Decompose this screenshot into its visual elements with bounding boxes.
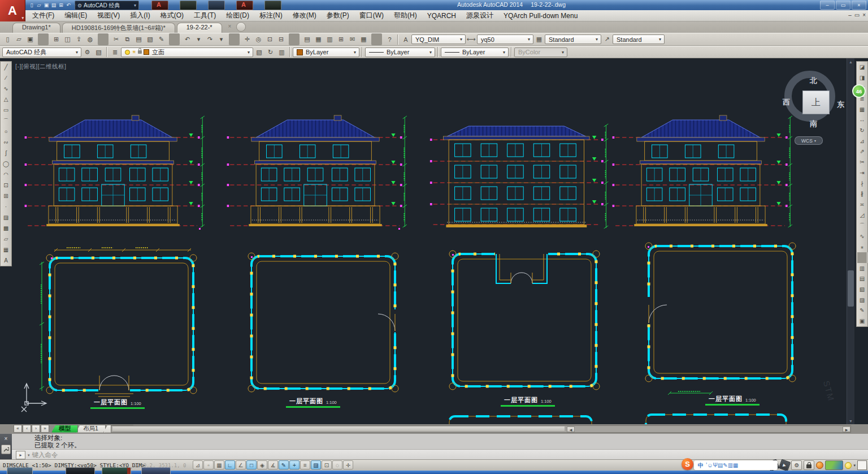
extend-icon[interactable]: ⇥ <box>857 167 867 178</box>
mtext-icon[interactable]: A <box>1 255 11 266</box>
explode-icon[interactable]: ⁎ <box>857 242 867 252</box>
move-icon[interactable]: ↔ <box>857 115 867 126</box>
layer-properties-manager-icon[interactable]: ≣ <box>110 46 120 58</box>
toolbar-lock-icon[interactable] <box>804 460 814 470</box>
layout-nav-next[interactable]: › <box>32 425 40 433</box>
point-icon[interactable]: · <box>1 201 11 212</box>
sheet-set-manager-icon[interactable]: ⊞ <box>336 33 346 45</box>
hscrollbar-thumb[interactable] <box>112 426 565 431</box>
menu-item-window[interactable]: 窗口(W) <box>354 10 389 21</box>
viewcube-west[interactable]: 西 <box>783 97 790 107</box>
polar-tracking-toggle[interactable]: ∠ <box>236 460 246 469</box>
horizontal-scrollbar[interactable]: ◀ ▶ <box>111 425 851 433</box>
polyline-icon[interactable]: ∿ <box>1 83 11 94</box>
command-customize-button[interactable] <box>1 445 11 454</box>
tab-model[interactable]: 模型 <box>51 425 78 433</box>
viewcube-east[interactable]: 东 <box>837 100 844 110</box>
menu-item-parametric[interactable]: 参数(P) <box>322 10 354 21</box>
ime-keyboard-icon[interactable]: ▤ <box>718 462 723 468</box>
viewport-controls-label[interactable]: [-][俯视][二维线框] <box>15 63 67 71</box>
hatch-icon[interactable]: ▨ <box>1 212 11 223</box>
layout-nav-prev[interactable]: ‹ <box>23 425 31 433</box>
doc-minimize-button[interactable]: – <box>848 12 852 18</box>
workspace-save-icon[interactable]: ▧ <box>93 46 104 58</box>
construction-line-icon[interactable]: ∕ <box>1 72 11 83</box>
line-icon[interactable]: ╱ <box>1 62 11 72</box>
snap-mode-toggle[interactable]: ▫ <box>203 460 214 469</box>
fillet-icon[interactable]: ⌒ <box>857 221 867 231</box>
menu-item-draw[interactable]: 绘图(D) <box>221 10 254 21</box>
transparency-toggle[interactable]: ▨ <box>311 460 321 469</box>
menu-item-modify[interactable]: 修改(M) <box>288 10 322 21</box>
zoom-previous-icon[interactable]: ⊟ <box>276 33 287 45</box>
menu-item-yuanquan-design[interactable]: 源泉设计 <box>461 10 498 21</box>
qat-save-icon[interactable]: ▣ <box>43 1 50 9</box>
viewcube-north[interactable]: 北 <box>810 76 817 86</box>
menu-item-format[interactable]: 格式(O) <box>155 10 189 21</box>
layout-nav-first[interactable]: « <box>14 425 22 433</box>
draw-order-above-icon[interactable]: ▧ <box>857 284 867 295</box>
rotate-icon[interactable]: ↻ <box>857 125 867 136</box>
performance-tuner-icon[interactable] <box>845 462 852 469</box>
blend-curves-icon[interactable]: ∿ <box>857 231 867 242</box>
3d-object-snap-toggle[interactable]: ◈ <box>257 460 267 469</box>
break-icon[interactable]: ∦ <box>857 188 867 199</box>
scrollbar-thumb[interactable] <box>848 270 854 307</box>
color-combo[interactable]: ByLayer ▾ <box>293 48 359 57</box>
tray-menu-caret[interactable]: ▾ <box>853 463 856 468</box>
lineweight-display-toggle[interactable]: ≡ <box>300 460 310 469</box>
copy-icon[interactable]: ◨ <box>857 72 867 83</box>
match-layer-icon[interactable]: ↻ <box>265 46 276 58</box>
paste-special-icon[interactable]: ▧ <box>145 33 155 45</box>
arc-icon[interactable]: ⌒ <box>1 115 11 126</box>
undo-icon[interactable]: ↶ <box>182 33 193 45</box>
minimize-button[interactable]: – <box>820 1 835 10</box>
menu-item-yqarch[interactable]: YQARCH <box>422 11 461 21</box>
qat-new-icon[interactable]: ▯ <box>28 1 35 9</box>
ime-mode-indicator[interactable]: 中 <box>697 462 705 469</box>
new-icon[interactable]: ▯ <box>2 33 13 45</box>
wcs-dropdown[interactable]: WCS ▾ <box>795 136 823 145</box>
menu-item-help[interactable]: 帮助(H) <box>389 10 422 21</box>
draw-order-below-icon[interactable]: ▨ <box>857 295 867 305</box>
selection-cycling-toggle[interactable]: ◌ <box>332 460 342 469</box>
redo-icon[interactable]: ↷ <box>205 33 215 45</box>
tray-settings-icon[interactable]: ⚙ <box>791 460 802 470</box>
save-icon[interactable]: ▣ <box>25 33 36 45</box>
ime-voice-icon[interactable]: Ψ <box>713 462 717 468</box>
gradient-icon[interactable]: ▩ <box>1 223 11 234</box>
stretch-icon[interactable]: ⇗ <box>857 146 867 157</box>
dynamic-input-toggle[interactable]: + <box>289 460 300 469</box>
geolocation-icon[interactable] <box>825 460 843 470</box>
chamfer-icon[interactable]: ◿ <box>857 210 867 221</box>
chevron-down-icon[interactable]: ▾ <box>28 453 30 458</box>
designcenter-icon[interactable]: ▦ <box>313 33 324 45</box>
menu-item-insert[interactable]: 插入(I) <box>125 10 155 21</box>
menu-item-file[interactable]: 文件(F) <box>27 10 59 21</box>
quickcalc-icon[interactable]: ▦ <box>358 33 369 45</box>
scroll-left-icon[interactable]: ◀ <box>567 426 575 432</box>
tray-status-ball-icon[interactable] <box>816 462 823 469</box>
hatch-back-icon[interactable]: ▣ <box>857 316 867 326</box>
scroll-down-icon[interactable]: ▼ <box>847 417 854 424</box>
menu-item-yqarch-pulldown[interactable]: YQArch Pull-down Menu <box>498 11 583 21</box>
workspace-switcher[interactable]: ⚙ AutoCAD 经典 ▾ <box>75 1 139 10</box>
viewcube[interactable]: 北 南 西 东 上 <box>784 71 835 122</box>
qat-saveas-icon[interactable]: ▤ <box>50 1 57 9</box>
annotation-visibility-icon[interactable]: ▶ <box>779 459 791 472</box>
trim-icon[interactable]: ✂ <box>857 157 867 167</box>
ellipse-arc-icon[interactable]: ◠ <box>1 169 11 180</box>
open-icon[interactable]: ▱ <box>14 33 24 45</box>
undo-caret[interactable]: ▾ <box>193 33 204 45</box>
break-at-point-icon[interactable]: ∤ <box>857 178 867 189</box>
polygon-icon[interactable]: △ <box>1 94 11 105</box>
file-tab-drawing1[interactable]: Drawing1* <box>12 23 60 33</box>
redo-caret[interactable]: ▾ <box>216 33 227 45</box>
command-close-icon[interactable]: × <box>5 436 8 442</box>
close-button[interactable]: × <box>852 1 866 10</box>
file-tab-19-2-22[interactable]: 19-2-22-* <box>177 23 222 33</box>
ime-toolbox-icon[interactable]: ▦ <box>733 462 738 468</box>
tab-close-icon[interactable]: × <box>228 23 232 29</box>
ime-skin-icon[interactable]: ▥ <box>728 462 733 468</box>
insert-block-icon[interactable]: ⊡ <box>1 180 11 191</box>
